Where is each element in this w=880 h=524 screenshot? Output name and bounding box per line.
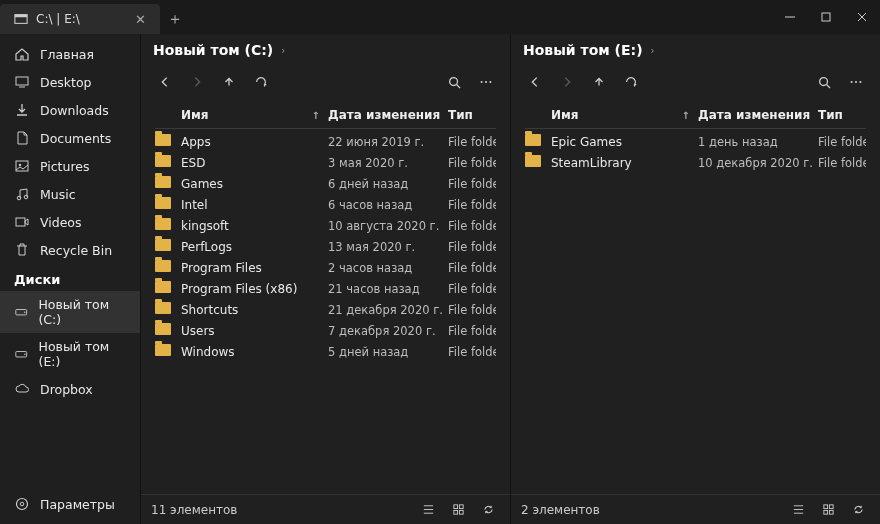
- file-name: kingsoft: [181, 219, 328, 233]
- file-row[interactable]: Users 7 декабря 2020 г. File folder: [141, 320, 510, 341]
- back-button[interactable]: [521, 68, 549, 96]
- sync-button[interactable]: [846, 498, 870, 522]
- file-date: 22 июня 2019 г.: [328, 135, 448, 149]
- minimize-button[interactable]: [772, 0, 808, 34]
- file-row[interactable]: Shortcuts 21 декабря 2020 г. File folder: [141, 299, 510, 320]
- up-button[interactable]: [585, 68, 613, 96]
- file-row[interactable]: Epic Games 1 день назад File folder: [511, 131, 880, 152]
- folder-icon: [155, 260, 171, 272]
- file-name: Games: [181, 177, 328, 191]
- svg-rect-1: [15, 15, 27, 18]
- sidebar-drive-1[interactable]: Новый том (E:): [0, 333, 140, 375]
- title-bar: C:\ | E:\ ✕ ＋: [0, 0, 880, 34]
- header-type[interactable]: Тип: [448, 108, 496, 122]
- videos-icon: [14, 214, 30, 230]
- toolbar: [141, 62, 510, 104]
- refresh-button[interactable]: [247, 68, 275, 96]
- path-title: Новый том (E:): [523, 42, 643, 58]
- file-row[interactable]: Windows 5 дней назад File folder: [141, 341, 510, 362]
- file-row[interactable]: Apps 22 июня 2019 г. File folder: [141, 131, 510, 152]
- file-row[interactable]: Program Files 2 часов назад File folder: [141, 257, 510, 278]
- pictures-icon: [14, 158, 30, 174]
- file-row[interactable]: kingsoft 10 августа 2020 г. File folder: [141, 215, 510, 236]
- status-bar: 2 элементов: [511, 494, 880, 524]
- more-button[interactable]: [842, 68, 870, 96]
- back-button[interactable]: [151, 68, 179, 96]
- sidebar-settings[interactable]: Параметры: [0, 490, 140, 518]
- file-date: 10 декабря 2020 г.: [698, 156, 818, 170]
- file-name: Epic Games: [551, 135, 698, 149]
- file-type: File folder: [448, 198, 496, 212]
- sync-button[interactable]: [476, 498, 500, 522]
- forward-button[interactable]: [183, 68, 211, 96]
- up-button[interactable]: [215, 68, 243, 96]
- sort-up-icon: ↑: [682, 110, 690, 121]
- sidebar-item-2[interactable]: Downloads: [0, 96, 140, 124]
- svg-rect-27: [453, 505, 457, 509]
- sidebar-item-1[interactable]: Desktop: [0, 68, 140, 96]
- header-date[interactable]: Дата изменения: [328, 108, 448, 122]
- sidebar-item-label: Desktop: [40, 75, 92, 90]
- forward-button[interactable]: [553, 68, 581, 96]
- header-type[interactable]: Тип: [818, 108, 866, 122]
- svg-point-19: [449, 77, 457, 85]
- file-row[interactable]: SteamLibrary 10 декабря 2020 г. File fol…: [511, 152, 880, 173]
- tab[interactable]: C:\ | E:\ ✕: [0, 4, 160, 34]
- close-button[interactable]: [844, 0, 880, 34]
- search-button[interactable]: [810, 68, 838, 96]
- file-row[interactable]: Program Files (x86) 21 часов назад File …: [141, 278, 510, 299]
- file-row[interactable]: Games 6 дней назад File folder: [141, 173, 510, 194]
- refresh-button[interactable]: [617, 68, 645, 96]
- file-row[interactable]: PerfLogs 13 мая 2020 г. File folder: [141, 236, 510, 257]
- sidebar-item-3[interactable]: Documents: [0, 124, 140, 152]
- tab-close-button[interactable]: ✕: [129, 10, 152, 29]
- file-type: File folder: [448, 219, 496, 233]
- sidebar-item-4[interactable]: Pictures: [0, 152, 140, 180]
- svg-rect-39: [823, 505, 827, 509]
- file-date: 21 декабря 2020 г.: [328, 303, 448, 317]
- file-date: 1 день назад: [698, 135, 818, 149]
- file-type: File folder: [448, 282, 496, 296]
- search-button[interactable]: [440, 68, 468, 96]
- file-row[interactable]: Intel 6 часов назад File folder: [141, 194, 510, 215]
- svg-point-21: [481, 81, 483, 83]
- pane-left: Новый том (C:) › Имя↑ Дата изменения Тип…: [140, 34, 510, 524]
- file-type: File folder: [448, 156, 496, 170]
- more-button[interactable]: [472, 68, 500, 96]
- svg-line-32: [826, 84, 830, 88]
- header-name[interactable]: Имя↑: [181, 108, 328, 122]
- file-type: File folder: [818, 135, 866, 149]
- folder-icon: [525, 134, 541, 146]
- svg-point-9: [19, 164, 21, 166]
- file-row[interactable]: ESD 3 мая 2020 г. File folder: [141, 152, 510, 173]
- file-date: 6 дней назад: [328, 177, 448, 191]
- svg-point-23: [489, 81, 491, 83]
- header-date[interactable]: Дата изменения: [698, 108, 818, 122]
- music-icon: [14, 186, 30, 202]
- toolbar: [511, 62, 880, 104]
- file-name: PerfLogs: [181, 240, 328, 254]
- home-icon: [14, 46, 30, 62]
- new-tab-button[interactable]: ＋: [160, 4, 190, 34]
- tiles-view-button[interactable]: [816, 498, 840, 522]
- tiles-view-button[interactable]: [446, 498, 470, 522]
- sidebar-drive-0[interactable]: Новый том (C:): [0, 291, 140, 333]
- svg-point-33: [851, 81, 853, 83]
- sidebar-item-5[interactable]: Music: [0, 180, 140, 208]
- details-view-button[interactable]: [416, 498, 440, 522]
- path-bar[interactable]: Новый том (E:) ›: [511, 34, 880, 62]
- svg-point-16: [24, 353, 25, 354]
- header-name[interactable]: Имя↑: [551, 108, 698, 122]
- path-bar[interactable]: Новый том (C:) ›: [141, 34, 510, 62]
- folder-icon: [155, 281, 171, 293]
- sidebar-item-7[interactable]: Recycle Bin: [0, 236, 140, 264]
- sidebar-drive-2[interactable]: Dropbox: [0, 375, 140, 403]
- desktop-icon: [14, 74, 30, 90]
- svg-rect-40: [829, 505, 833, 509]
- details-view-button[interactable]: [786, 498, 810, 522]
- file-type: File folder: [448, 303, 496, 317]
- sidebar-item-0[interactable]: Главная: [0, 40, 140, 68]
- sidebar-item-6[interactable]: Videos: [0, 208, 140, 236]
- maximize-button[interactable]: [808, 0, 844, 34]
- svg-point-34: [855, 81, 857, 83]
